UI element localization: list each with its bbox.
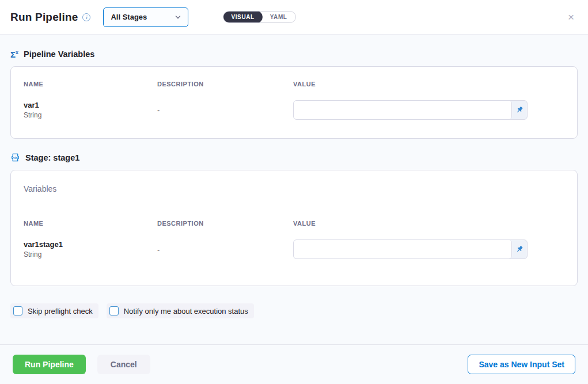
page-title: Run Pipeline	[10, 11, 78, 24]
section-title: Pipeline Variables	[24, 50, 94, 59]
chevron-down-icon	[175, 14, 181, 20]
modal-header: Run Pipeline i All Stages VISUAL YAML ×	[0, 0, 588, 35]
variable-type: String	[24, 250, 157, 258]
run-pipeline-modal: Run Pipeline i All Stages VISUAL YAML × …	[0, 0, 588, 384]
svg-text:</>: </>	[13, 156, 18, 159]
modal-content: Σx Pipeline Variables NAME DESCRIPTION V…	[0, 35, 588, 344]
table-row: var1 String	[24, 101, 157, 119]
col-header-description: DESCRIPTION	[157, 220, 293, 227]
stage-select-dropdown[interactable]: All Stages	[103, 7, 188, 27]
pipeline-variables-card: NAME DESCRIPTION VALUE var1 String -	[10, 66, 578, 139]
col-header-description: DESCRIPTION	[157, 81, 293, 88]
col-header-value: VALUE	[293, 81, 564, 88]
custom-stage-icon: </>	[10, 153, 20, 162]
pin-button[interactable]	[512, 101, 527, 119]
col-header-name: NAME	[24, 220, 157, 227]
cancel-button[interactable]: Cancel	[97, 355, 150, 374]
visual-yaml-toggle: VISUAL YAML	[223, 11, 295, 23]
section-title: Stage: stage1	[25, 153, 79, 162]
table-row: var1stage1 String	[24, 240, 157, 258]
notify-only-me-option[interactable]: Notify only me about execution status	[107, 303, 254, 318]
stage-section-header: </> Stage: stage1	[10, 153, 578, 162]
skip-preflight-option[interactable]: Skip preflight check	[10, 303, 98, 318]
save-as-new-input-set-button[interactable]: Save as New Input Set	[468, 355, 575, 374]
toggle-visual[interactable]: VISUAL	[223, 11, 262, 23]
checkbox[interactable]	[13, 306, 22, 315]
variable-description: -	[157, 245, 293, 254]
stage-variables-table: NAME DESCRIPTION VALUE var1stage1 String…	[24, 220, 564, 259]
stage-variables-card: Variables NAME DESCRIPTION VALUE var1sta…	[10, 170, 578, 286]
col-header-value: VALUE	[293, 220, 564, 227]
variable-value-input[interactable]	[294, 101, 512, 119]
card-title: Variables	[24, 184, 564, 193]
variable-name: var1stage1	[24, 240, 157, 249]
stage-select-value: All Stages	[111, 13, 147, 21]
close-icon[interactable]: ×	[566, 10, 576, 24]
pushpin-icon	[515, 245, 523, 253]
variable-value-group	[293, 100, 528, 120]
checkbox-label: Notify only me about execution status	[124, 307, 248, 315]
modal-footer: Run Pipeline Cancel Save as New Input Se…	[0, 344, 588, 384]
info-icon[interactable]: i	[82, 13, 90, 21]
variable-value-group	[293, 239, 528, 259]
col-header-name: NAME	[24, 81, 157, 88]
pipeline-variables-table: NAME DESCRIPTION VALUE var1 String -	[24, 81, 564, 120]
pin-button[interactable]	[512, 240, 527, 258]
pipeline-variables-section-header: Σx Pipeline Variables	[10, 50, 578, 59]
variable-value-input[interactable]	[294, 240, 512, 258]
run-pipeline-button[interactable]: Run Pipeline	[13, 355, 86, 374]
variable-description: -	[157, 106, 293, 115]
toggle-yaml[interactable]: YAML	[262, 11, 295, 23]
run-options: Skip preflight check Notify only me abou…	[10, 303, 578, 318]
checkbox[interactable]	[109, 306, 119, 315]
variable-type: String	[24, 111, 157, 119]
checkbox-label: Skip preflight check	[28, 307, 93, 315]
sigma-x-icon: Σx	[10, 50, 18, 59]
pushpin-icon	[515, 106, 523, 114]
variable-name: var1	[24, 101, 157, 109]
